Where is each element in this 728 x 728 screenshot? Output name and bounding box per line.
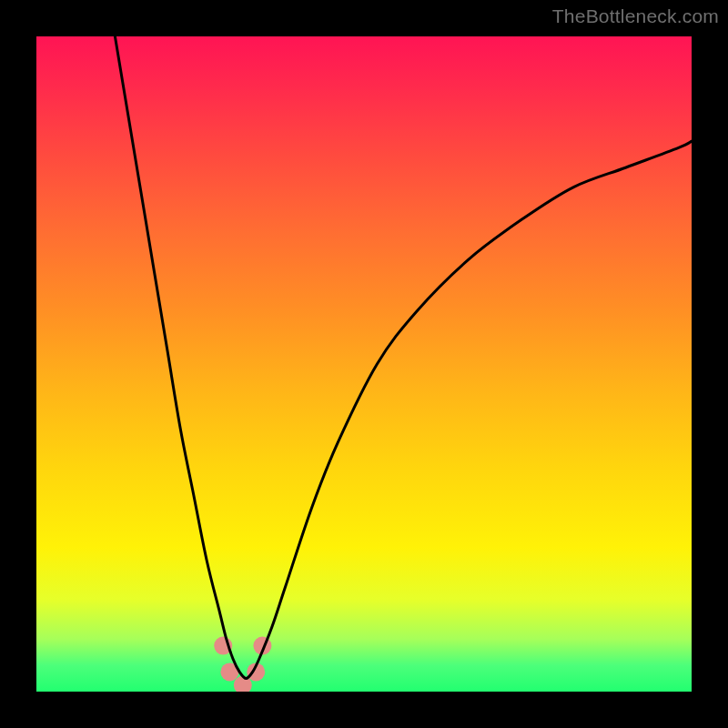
bottleneck-curve [115, 36, 692, 679]
watermark-text: TheBottleneck.com [552, 5, 719, 27]
plot-area [36, 36, 692, 692]
curve-markers [214, 637, 271, 692]
curve-svg [36, 36, 692, 692]
chart-frame: TheBottleneck.com [0, 0, 728, 728]
